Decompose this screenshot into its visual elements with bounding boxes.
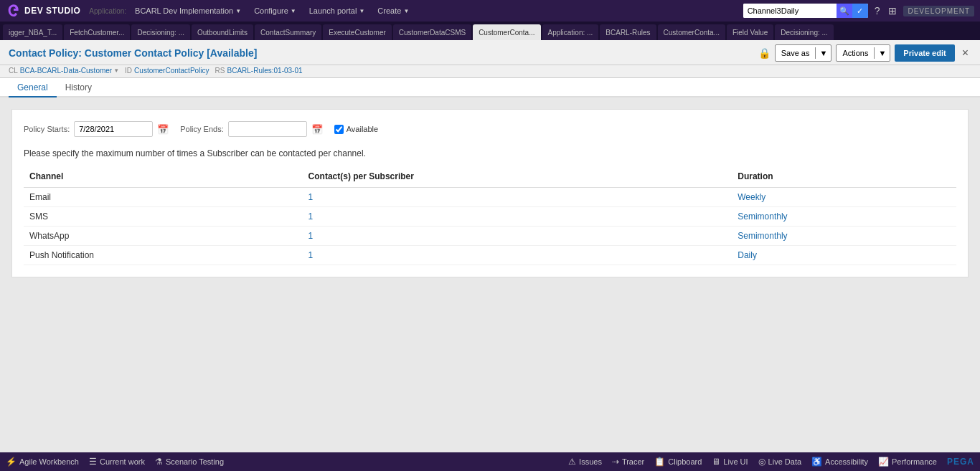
tab-9[interactable]: BCARL-Rules <box>600 24 656 40</box>
performance-label: Performance <box>892 457 937 466</box>
tab-11[interactable]: Field Value <box>727 24 773 40</box>
cell-duration-3: Daily <box>732 246 956 265</box>
bottom-right: ⚠ Issues ⇢ Tracer 📋 Clipboard 🖥 Live UI … <box>568 457 974 467</box>
search-check-button[interactable]: ✓ <box>852 4 868 18</box>
app-name: DEV STUDIO <box>24 6 80 16</box>
tab-7[interactable]: CustomerConta... <box>473 24 540 40</box>
policy-ends-label: Policy Ends: <box>180 125 224 133</box>
help-icon[interactable]: ? <box>872 4 882 18</box>
meta-id-value: CustomerContactPolicy <box>134 67 209 75</box>
tab-6[interactable]: CustomerDataCSMS <box>393 24 471 40</box>
current-work-item[interactable]: ☰ Current work <box>89 457 145 467</box>
page-tabs: General History <box>0 78 980 97</box>
table-row: WhatsApp 1 Semimonthly <box>24 227 956 246</box>
tracer-icon: ⇢ <box>612 457 619 467</box>
live-ui-item[interactable]: 🖥 Live UI <box>712 457 748 467</box>
col-channel: Channel <box>24 168 303 188</box>
table-header-row: Channel Contact(s) per Subscriber Durati… <box>24 168 956 188</box>
private-edit-button[interactable]: Private edit <box>895 44 954 62</box>
meta-rs: RS BCARL-Rules:01-03-01 <box>215 67 303 75</box>
issues-label: Issues <box>579 457 602 466</box>
cell-channel-1: SMS <box>24 207 303 227</box>
description-text: Please specify the maximum number of tim… <box>24 148 956 158</box>
issues-item[interactable]: ⚠ Issues <box>568 457 602 467</box>
scenario-testing-label: Scenario Testing <box>166 457 224 466</box>
cell-contacts-2: 1 <box>303 227 732 246</box>
content-header: Contact Policy: Customer Contact Policy … <box>0 40 980 65</box>
actions-dropdown-icon[interactable]: ▼ <box>874 47 890 59</box>
tab-8[interactable]: Application: ... <box>542 24 599 40</box>
table-row: Push Notification 1 Daily <box>24 246 956 265</box>
tracer-label: Tracer <box>622 457 644 466</box>
close-button[interactable]: × <box>959 47 971 60</box>
performance-icon: 📈 <box>878 457 889 467</box>
agile-workbench-label: Agile Workbench <box>19 457 79 466</box>
tab-general[interactable]: General <box>9 78 57 97</box>
policy-ends-group: Policy Ends: 📅 <box>180 121 323 137</box>
cell-contacts-3: 1 <box>303 246 732 265</box>
actions-button[interactable]: Actions ▼ <box>836 44 890 62</box>
application-chevron-icon: ▼ <box>235 8 241 14</box>
tab-12[interactable]: Decisioning: ... <box>775 24 834 40</box>
accessibility-item[interactable]: ♿ Accessibility <box>811 457 868 467</box>
performance-item[interactable]: 📈 Performance <box>878 457 937 467</box>
main-content: Policy Starts: 📅 Policy Ends: 📅 Availabl… <box>11 109 969 277</box>
current-work-icon: ☰ <box>89 457 97 467</box>
logo[interactable]: DEV STUDIO <box>6 3 80 19</box>
policy-starts-input[interactable] <box>74 121 153 137</box>
available-checkbox[interactable] <box>334 125 344 134</box>
page-title: Contact Policy: Customer Contact Policy … <box>9 47 758 59</box>
available-group: Available <box>334 125 378 134</box>
lock-icon[interactable]: 🔒 <box>758 47 771 59</box>
top-nav: DEV STUDIO Application: BCARL Dev Implem… <box>0 0 980 22</box>
tab-5[interactable]: ExecuteCustomer <box>323 24 391 40</box>
nav-application[interactable]: BCARL Dev Implementation ▼ <box>131 5 245 16</box>
tab-0[interactable]: igger_NBA_T... <box>3 24 62 40</box>
scenario-testing-icon: ⚗ <box>155 457 163 467</box>
cl-chevron-icon: ▼ <box>113 67 119 74</box>
col-contacts: Contact(s) per Subscriber <box>303 168 732 188</box>
tracer-item[interactable]: ⇢ Tracer <box>612 457 644 467</box>
save-as-button[interactable]: Save as ▼ <box>775 44 832 62</box>
bottom-bar: ⚡ Agile Workbench ☰ Current work ⚗ Scena… <box>0 452 980 471</box>
clipboard-item[interactable]: 📋 Clipboard <box>654 457 702 467</box>
accessibility-label: Accessibility <box>825 457 868 466</box>
tab-10[interactable]: CustomerConta... <box>658 24 725 40</box>
save-as-dropdown-icon[interactable]: ▼ <box>815 47 831 59</box>
dev-badge: DEVELOPMENT <box>903 6 974 16</box>
tab-2[interactable]: Decisioning: ... <box>131 24 190 40</box>
meta-cl-link[interactable]: BCA-BCARL-Data-Customer ▼ <box>20 67 119 75</box>
col-duration: Duration <box>732 168 956 188</box>
meta-rs-value: BCARL-Rules:01-03-01 <box>227 67 302 75</box>
cell-channel-2: WhatsApp <box>24 227 303 246</box>
launch-portal-chevron-icon: ▼ <box>359 8 364 14</box>
tab-3[interactable]: OutboundLimits <box>192 24 253 40</box>
agile-workbench-item[interactable]: ⚡ Agile Workbench <box>6 457 79 467</box>
table-row: SMS 1 Semimonthly <box>24 207 956 227</box>
nav-configure[interactable]: Configure ▼ <box>250 5 301 16</box>
policy-starts-calendar-icon[interactable]: 📅 <box>157 124 169 135</box>
tab-1[interactable]: FetchCustomer... <box>64 24 130 40</box>
search-button[interactable]: 🔍 <box>837 4 852 18</box>
nav-launch-portal[interactable]: Launch portal ▼ <box>305 5 369 16</box>
tab-4[interactable]: ContactSummary <box>255 24 321 40</box>
live-data-item[interactable]: ◎ Live Data <box>758 457 801 467</box>
agile-workbench-icon: ⚡ <box>6 457 17 467</box>
configure-chevron-icon: ▼ <box>291 8 296 14</box>
nav-create[interactable]: Create ▼ <box>373 5 413 16</box>
meta-cl: CL BCA-BCARL-Data-Customer ▼ <box>9 67 119 75</box>
current-work-label: Current work <box>100 457 145 466</box>
scenario-testing-item[interactable]: ⚗ Scenario Testing <box>155 457 224 467</box>
cell-channel-0: Email <box>24 188 303 207</box>
policy-ends-input[interactable] <box>228 121 307 137</box>
search-input[interactable] <box>743 4 837 18</box>
policy-ends-calendar-icon[interactable]: 📅 <box>311 124 323 135</box>
cell-duration-0: Weekly <box>732 188 956 207</box>
cell-duration-1: Semimonthly <box>732 207 956 227</box>
accessibility-icon: ♿ <box>811 457 822 467</box>
cell-contacts-1: 1 <box>303 207 732 227</box>
tab-history[interactable]: History <box>57 78 100 97</box>
issues-icon: ⚠ <box>568 457 576 467</box>
live-ui-icon: 🖥 <box>712 457 720 467</box>
grid-icon[interactable]: ⊞ <box>886 4 899 18</box>
